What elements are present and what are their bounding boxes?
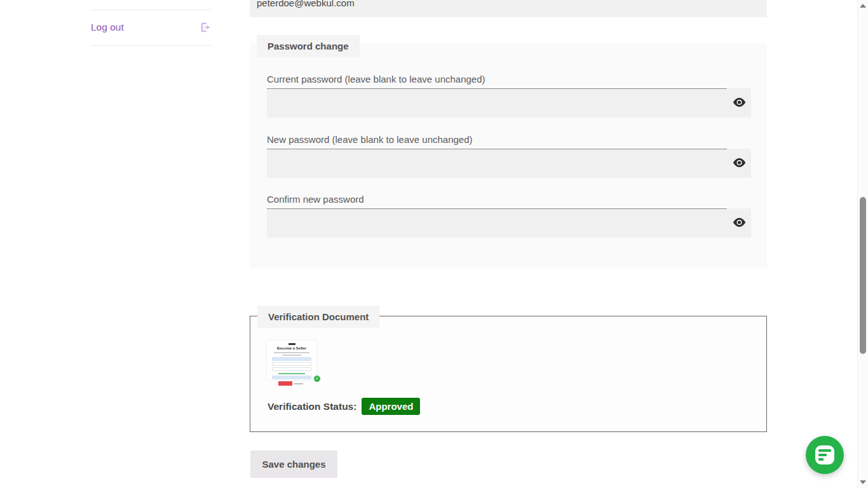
account-details-form: peterdoe@webkul.com Password change Curr… (250, 0, 767, 488)
verification-section-legend: Verification Document (257, 306, 379, 328)
thumbnail-text-line (274, 352, 309, 353)
scroll-up-arrow-icon[interactable] (860, 4, 866, 8)
new-password-row (267, 149, 751, 178)
vertical-scrollbar[interactable] (857, 0, 868, 488)
thumbnail-footer (278, 381, 316, 386)
thumbnail-form-field (272, 362, 311, 366)
sign-out-icon (200, 22, 212, 32)
new-password-input[interactable] (267, 149, 727, 178)
verification-document-section: Verification Document Become a Seller ✓ … (250, 316, 767, 432)
scroll-down-arrow-icon[interactable] (860, 480, 866, 484)
verification-status-row: Verification Status: Approved (268, 398, 420, 415)
sidebar-divider (91, 10, 212, 10)
eye-icon (733, 97, 746, 109)
thumbnail-logo (288, 343, 295, 345)
thumbnail-submit-button (278, 381, 292, 386)
scrollbar-thumb[interactable] (860, 197, 866, 354)
email-field[interactable]: peterdoe@webkul.com (250, 0, 767, 17)
sidebar-item-logout[interactable]: Log out (91, 19, 212, 36)
account-sidebar: Log out (91, 0, 212, 76)
confirm-password-input[interactable] (267, 208, 727, 238)
thumbnail-form-field (272, 376, 311, 379)
chat-lines-icon (815, 445, 834, 464)
current-password-input[interactable] (267, 88, 727, 118)
chat-widget-button[interactable] (806, 436, 844, 474)
current-password-row (267, 88, 751, 118)
current-password-label: Current password (leave blank to leave u… (267, 74, 485, 85)
sidebar-divider (91, 45, 212, 46)
thumbnail-form-field (272, 357, 311, 361)
approved-check-icon: ✓ (313, 375, 321, 383)
thumbnail-footer-text (294, 383, 303, 384)
thumbnail-link-line (278, 373, 305, 374)
save-changes-button[interactable]: Save changes (250, 451, 337, 478)
thumbnail-text-line (282, 355, 301, 356)
thumbnail-form-field (272, 367, 311, 371)
eye-icon (733, 158, 746, 170)
show-password-button[interactable] (727, 149, 751, 178)
logout-link-label: Log out (91, 22, 124, 33)
verification-status-label: Verification Status: (268, 401, 356, 412)
thumbnail-title: Become a Seller (267, 346, 316, 351)
password-section-legend: Password change (257, 35, 360, 57)
password-change-section: Password change Current password (leave … (250, 43, 767, 268)
show-password-button[interactable] (727, 88, 751, 118)
verification-document-thumbnail[interactable]: Become a Seller ✓ (267, 341, 316, 380)
verification-status-badge: Approved (362, 398, 420, 415)
confirm-password-label: Confirm new password (267, 194, 364, 205)
confirm-password-row (267, 208, 751, 238)
new-password-label: New password (leave blank to leave uncha… (267, 134, 473, 145)
eye-icon (733, 217, 746, 229)
show-password-button[interactable] (727, 208, 751, 238)
